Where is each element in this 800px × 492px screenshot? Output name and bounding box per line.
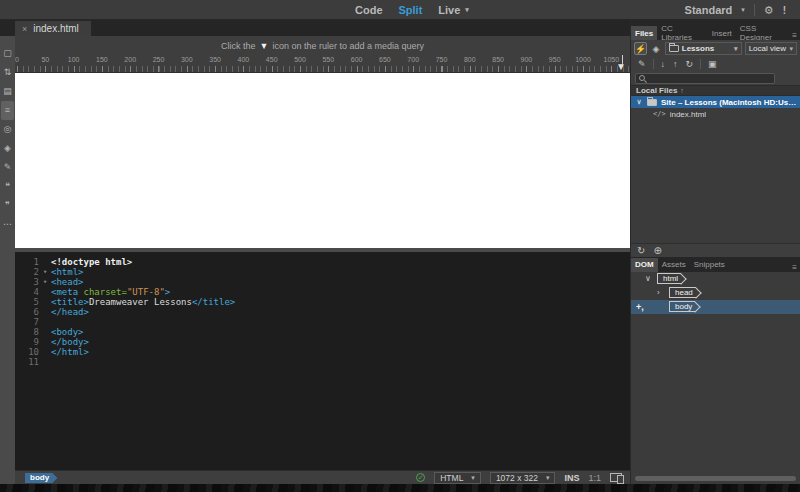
- alert-icon[interactable]: !: [783, 5, 786, 16]
- code-line[interactable]: 1<!doctype html>: [15, 257, 630, 267]
- line-number: 9: [15, 337, 39, 347]
- local-files-header[interactable]: Local Files ↑: [631, 85, 800, 96]
- refresh-icon[interactable]: ↻: [637, 245, 645, 256]
- doctype-dropdown[interactable]: HTML ▾: [434, 472, 481, 484]
- expand-panel-icon[interactable]: ▣: [705, 59, 720, 69]
- lint-ok-icon[interactable]: ✓: [416, 473, 425, 482]
- code-line[interactable]: 4<meta charset="UTF-8">: [15, 287, 630, 297]
- get-files-icon[interactable]: ↓: [658, 59, 669, 69]
- tree-row-file[interactable]: </>index.html: [631, 108, 800, 120]
- view-dropdown-value: Local view: [749, 44, 786, 53]
- tab-insert[interactable]: Insert: [708, 26, 736, 40]
- expand-all-icon[interactable]: ◈: [1, 139, 14, 158]
- code-token: <html>: [51, 267, 84, 277]
- remove-comment-icon[interactable]: ❞: [1, 196, 14, 215]
- open-documents-icon[interactable]: ▢: [1, 44, 14, 63]
- tab-assets[interactable]: Assets: [658, 258, 690, 272]
- document-tab-index-html[interactable]: × index.html: [15, 21, 91, 36]
- tab-cc-libraries[interactable]: CC Libraries: [657, 26, 708, 40]
- toolbar-options-icon[interactable]: ⋯: [1, 215, 14, 234]
- checkout-icon[interactable]: ✎: [635, 59, 649, 69]
- edit-css-icon[interactable]: ✎: [1, 158, 14, 177]
- close-icon[interactable]: ×: [22, 24, 27, 34]
- code-line[interactable]: 7: [15, 317, 630, 327]
- add-element-icon[interactable]: +,: [636, 302, 644, 312]
- tab-dom[interactable]: DOM: [631, 258, 658, 272]
- line-number: 8: [15, 327, 39, 337]
- code-token: Dreamweaver Lessons: [89, 297, 192, 307]
- dom-node-head[interactable]: ›head: [631, 286, 800, 300]
- line-number: 3: [15, 277, 39, 287]
- local-files-label: Local Files: [636, 86, 677, 95]
- dom-tag-pill: body: [669, 301, 695, 312]
- panel-menu-icon[interactable]: ≡: [792, 31, 797, 40]
- code-view-button[interactable]: Code: [355, 4, 383, 16]
- ruler-label: 150: [96, 56, 108, 63]
- tag-selector-body[interactable]: body: [25, 473, 52, 483]
- code-text: </head>: [51, 307, 89, 317]
- ruler-label: 50: [41, 56, 49, 63]
- chevron-down-icon[interactable]: ▾: [741, 6, 745, 14]
- workspace-group: Standard ▾ ⚙ !: [685, 0, 786, 20]
- apply-comment-icon[interactable]: ❝: [1, 177, 14, 196]
- put-files-icon[interactable]: ↑: [670, 59, 681, 69]
- code-line[interactable]: 9</body>: [15, 337, 630, 347]
- format-source-code-icon[interactable]: ≡: [1, 101, 14, 120]
- code-token: "UTF-8": [127, 287, 165, 297]
- folder-icon: [669, 45, 679, 52]
- fold-arrow-icon[interactable]: ▾: [39, 267, 51, 277]
- chevron-down-icon[interactable]: ∨: [645, 274, 651, 283]
- dom-node-html[interactable]: ∨html: [631, 272, 800, 286]
- files-tree: ∨Site – Lessons (Macintosh HD:Users:demi…: [631, 96, 800, 120]
- tree-row-site[interactable]: ∨Site – Lessons (Macintosh HD:Users:demi…: [631, 96, 800, 108]
- preview-server-icon[interactable]: ⊕: [653, 245, 661, 256]
- files-toolbar-row2: ✎↓↑↻▣: [631, 57, 800, 71]
- code-line[interactable]: 3▾<head>: [15, 277, 630, 287]
- code-token: </html>: [51, 347, 89, 357]
- tab-css-designer[interactable]: CSS Designer: [736, 26, 793, 40]
- chevron-down-icon: ▾: [546, 474, 550, 482]
- media-query-marker-icon[interactable]: ▼: [616, 61, 626, 72]
- connect-server-icon[interactable]: ⚡: [634, 42, 647, 55]
- live-view-options-icon[interactable]: ▤: [1, 82, 14, 101]
- tab-snippets[interactable]: Snippets: [690, 258, 729, 272]
- code-line[interactable]: 11: [15, 357, 630, 367]
- line-number: 11: [15, 357, 39, 367]
- code-line[interactable]: 2▾<html>: [15, 267, 630, 277]
- files-search-input[interactable]: [635, 73, 775, 84]
- dom-tag-pill: head: [669, 287, 696, 298]
- inspect-mode-icon[interactable]: ◎: [1, 120, 14, 139]
- chevron-right-icon[interactable]: ›: [657, 288, 660, 297]
- gear-icon[interactable]: ⚙: [764, 4, 774, 17]
- code-view[interactable]: 1<!doctype html>2▾<html>3▾<head>4<meta c…: [15, 252, 630, 470]
- sync-icon[interactable]: ↻: [683, 59, 697, 69]
- dom-node-body[interactable]: +,body: [631, 300, 800, 314]
- tab-files[interactable]: Files: [631, 26, 657, 40]
- device-preview-icon[interactable]: [610, 473, 622, 482]
- live-view-button[interactable]: Live ▾: [438, 4, 469, 16]
- chevron-down-icon[interactable]: ∨: [635, 98, 643, 106]
- chevron-down-icon[interactable]: ▾: [465, 6, 469, 14]
- code-line[interactable]: 5<title>Dreamweaver Lessons</title>: [15, 297, 630, 307]
- code-text: <head>: [51, 277, 84, 287]
- code-text: <meta charset="UTF-8">: [51, 287, 170, 297]
- site-dropdown[interactable]: Lessons ▾: [665, 42, 742, 55]
- design-view[interactable]: [15, 73, 630, 248]
- panel-menu-icon[interactable]: ≡: [792, 263, 797, 272]
- code-line[interactable]: 8<body>: [15, 327, 630, 337]
- horizontal-scrollbar[interactable]: [635, 476, 796, 481]
- fold-gutter: [39, 307, 51, 317]
- fold-gutter: [39, 337, 51, 347]
- horizontal-ruler[interactable]: 0501001502002503003504004505005506006507…: [15, 55, 630, 73]
- ruler-label: 250: [153, 56, 165, 63]
- dom-panel-tabs: DOMAssetsSnippets≡: [631, 257, 800, 272]
- code-line[interactable]: 10</html>: [15, 347, 630, 357]
- view-dropdown[interactable]: Local view ▾: [745, 42, 797, 55]
- window-size-dropdown[interactable]: 1072 x 322 ▾: [490, 472, 556, 484]
- workspace-switcher[interactable]: Standard: [685, 4, 733, 16]
- git-icon[interactable]: ◈: [650, 42, 662, 55]
- file-management-icon[interactable]: ⇅: [1, 63, 14, 82]
- code-line[interactable]: 6</head>: [15, 307, 630, 317]
- split-view-button[interactable]: Split: [399, 4, 423, 16]
- fold-arrow-icon[interactable]: ▾: [39, 277, 51, 287]
